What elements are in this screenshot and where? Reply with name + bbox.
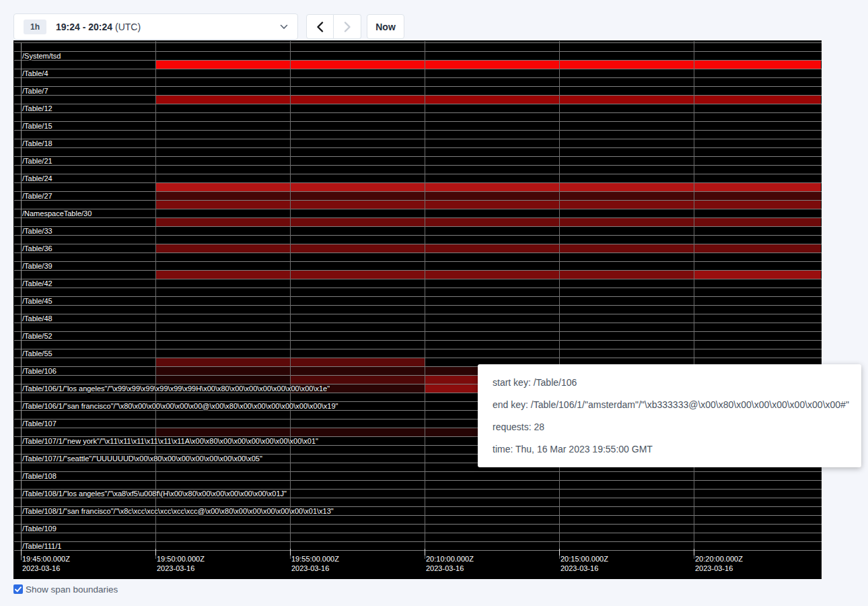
span-boundary-line: [14, 288, 822, 288]
axis-tick-date: 2023-03-16: [157, 564, 194, 573]
row-key-label: /Table/52: [22, 331, 52, 341]
span-boundary-line: [14, 86, 822, 87]
tooltip-requests: requests: 28: [493, 416, 846, 438]
row-key-label: /Table/27: [22, 191, 52, 201]
span-boundary-line: [14, 69, 822, 69]
span-boundary-line: [14, 121, 822, 122]
axis-tick-time: 20:20:00.000Z: [695, 555, 743, 564]
row-key-label: /Table/18: [22, 139, 52, 148]
span-boundary-line: [14, 471, 822, 472]
heat-band: [156, 218, 821, 226]
row-key-label: /Table/106/1/"los angeles"/"\x99\x99\x99…: [22, 384, 330, 393]
row-key-label: /Table/55: [22, 349, 52, 358]
row-key-label: /Table/106: [22, 366, 57, 376]
row-key-label: /Table/107/1/"new york"/"\x11\x11\x11\x1…: [22, 436, 318, 446]
span-boundary-line: [14, 349, 822, 349]
span-boundary-line: [14, 77, 822, 78]
time-grid-line: [694, 41, 694, 559]
row-key-label: /Table/108/1/"los angeles"/"\xa8\xf5\u00…: [22, 489, 287, 498]
span-boundary-line: [14, 296, 822, 297]
heat-band: [156, 61, 821, 69]
range-text: 19:24 - 20:24 (UTC): [56, 22, 141, 32]
row-key-label: /Table/24: [22, 174, 52, 183]
show-span-boundaries-checkbox[interactable]: [13, 584, 23, 594]
heat-band: [156, 244, 821, 252]
row-key-label: /Table/108/1/"san francisco"/"\x8c\xcc\x…: [22, 506, 334, 516]
heat-band: [156, 376, 291, 384]
axis-tick: [21, 549, 22, 556]
key-visualizer-heatmap[interactable]: /System/tsd/Table/4/Table/7/Table/12/Tab…: [13, 40, 822, 579]
span-boundary-line: [14, 331, 822, 332]
span-boundary-line: [14, 42, 822, 43]
row-key-label: /Table/111/1: [22, 541, 61, 551]
time-grid-line: [155, 41, 156, 559]
axis-tick-time: 19:50:00.000Z: [157, 555, 205, 564]
axis-tick-time: 19:55:00.000Z: [291, 555, 339, 564]
span-boundary-line: [14, 340, 822, 341]
axis-tick-date: 2023-03-16: [560, 564, 598, 573]
row-key-label: /Table/15: [22, 121, 52, 131]
row-key-label: /Table/45: [22, 296, 52, 306]
time-grid-line: [425, 41, 425, 559]
axis-tick-time: 20:10:00.000Z: [426, 555, 474, 564]
span-boundary-line: [14, 104, 822, 104]
now-button[interactable]: Now: [367, 14, 404, 39]
tooltip-end-key: end key: /Table/106/1/"amsterdam"/"\xb33…: [493, 394, 846, 416]
row-key-label: /Table/12: [22, 104, 52, 113]
heat-band: [156, 358, 425, 366]
row-key-label: /Table/48: [22, 314, 52, 323]
span-boundary-line: [14, 314, 822, 314]
span-boundary-line: [14, 156, 822, 157]
range-nav-group: [306, 14, 361, 39]
row-key-label: /Table/107/1/"seattle"/"UUUUUUD\x00\x80\…: [22, 454, 262, 463]
axis-tick: [425, 549, 425, 556]
next-range-button[interactable]: [334, 14, 361, 39]
span-boundary-line: [14, 541, 822, 542]
axis-tick: [155, 549, 156, 556]
row-key-label: /Table/4: [22, 69, 48, 78]
span-boundary-line: [14, 51, 822, 52]
chevron-down-icon: [280, 24, 288, 30]
hover-tooltip: start key: /Table/106 end key: /Table/10…: [478, 364, 861, 467]
span-boundary-line: [14, 226, 822, 227]
footer: Show span boundaries: [13, 584, 118, 595]
span-boundary-line: [14, 112, 822, 113]
tooltip-start-key: start key: /Table/106: [493, 372, 846, 394]
row-key-label: /Table/33: [22, 226, 52, 236]
heat-band: [694, 271, 821, 279]
row-key-label: /System/tsd: [22, 51, 61, 61]
span-boundary-line: [14, 139, 822, 139]
row-key-label: /Table/39: [22, 261, 52, 271]
time-range-selector[interactable]: 1h 19:24 - 20:24 (UTC): [13, 13, 298, 40]
span-boundary-line: [14, 279, 822, 279]
row-key-label: /Table/106/1/"san francisco"/"\x80\x00\x…: [22, 401, 338, 411]
row-key-label: /Table/42: [22, 279, 52, 288]
span-boundary-line: [14, 550, 822, 551]
heat-band: [156, 183, 821, 191]
heat-band: [291, 376, 425, 384]
range-times: 19:24 - 20:24: [56, 22, 112, 32]
time-grid-line: [290, 41, 291, 559]
span-boundary-line: [14, 524, 822, 525]
axis-tick-time: 20:15:00.000Z: [560, 555, 608, 564]
span-boundary-line: [14, 130, 822, 131]
key-visualizer-page: 1h 19:24 - 20:24 (UTC) Now /System/tsd/T…: [0, 0, 868, 606]
span-boundary-line: [14, 209, 822, 209]
span-boundary-line: [14, 147, 822, 148]
span-boundary-line: [14, 480, 822, 481]
tooltip-time: time: Thu, 16 Mar 2023 19:55:00 GMT: [493, 438, 846, 461]
span-boundary-line: [14, 174, 822, 174]
row-key-label: /Table/7: [22, 86, 48, 96]
prev-range-button[interactable]: [306, 14, 334, 39]
axis-tick: [559, 549, 560, 556]
heat-band: [156, 271, 694, 279]
span-boundary-line: [14, 533, 822, 533]
heat-band: [156, 192, 821, 200]
range-duration-badge: 1h: [24, 20, 46, 34]
axis-tick-date: 2023-03-16: [426, 564, 464, 573]
axis-tick-date: 2023-03-16: [291, 564, 329, 573]
row-key-label: /Table/36: [22, 244, 52, 253]
row-key-label: /Table/107: [22, 419, 57, 428]
span-boundary-line: [14, 165, 822, 166]
keyspace-axis-line: [21, 42, 22, 560]
